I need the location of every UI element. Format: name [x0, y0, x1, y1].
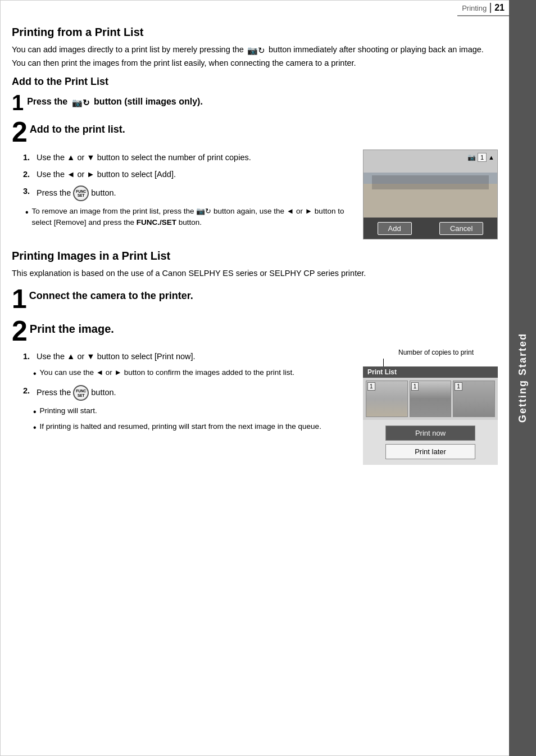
print-bullet3-text: If printing is halted and resumed, print… [40, 421, 321, 432]
print-step1-number: 1 [12, 286, 27, 313]
arrow-line [383, 359, 384, 366]
print-bullet-dot2: • [33, 405, 37, 419]
section2-title: Printing Images in a Print List [12, 250, 498, 262]
print-bullet2-text: Printing will start. [40, 405, 97, 417]
intro-text3: You can then print the images from the p… [12, 58, 356, 67]
print-step2-header: 2 Print the image. [12, 317, 498, 345]
print-bullet1: • You can use the ◄ or ► button to confi… [33, 367, 355, 381]
step1-text-after: button (still images only). [94, 97, 203, 106]
overlay-icons: 📷 1 ▲ [467, 153, 494, 162]
section-label: Printing [462, 4, 487, 12]
intro-text1: You can add images directly to a print l… [12, 45, 244, 54]
copy-number-badge: 1 [478, 153, 487, 162]
print-icon3: 📷↻ [196, 206, 211, 217]
print-bullet2: • Printing will start. [33, 405, 355, 419]
substep3-num: 3. [23, 185, 33, 198]
preview-bottom-bar: Add Cancel [364, 218, 497, 239]
beach-scene [372, 175, 489, 189]
cancel-button-preview: Cancel [439, 222, 483, 235]
print-step2-substeps: 1. Use the ▲ or ▼ button to select [Prin… [23, 351, 355, 435]
print-icon2: 📷↻ [72, 97, 90, 108]
step2-number: 2 [12, 118, 28, 146]
print-step1-container: 1 Connect the camera to the printer. [12, 286, 498, 313]
print-bullet1-text: You can use the ◄ or ► button to confirm… [40, 367, 294, 378]
func-set-icon2: FUNCSET [73, 385, 89, 401]
step1-text-before: Press the [27, 97, 67, 106]
step2-substep2: 2. Use the ◄ or ► button to select [Add]… [23, 169, 355, 181]
section1-intro: You can add images directly to a print l… [12, 43, 498, 69]
page-header: Printing 21 [457, 1, 509, 16]
print-step1-text: Connect the camera to the printer. [29, 286, 193, 302]
print-step2-left: 1. Use the ▲ or ▼ button to select [Prin… [12, 348, 355, 437]
substep1-text: Use the ▲ or ▼ button to select the numb… [37, 152, 251, 164]
print-substep2: 2. Press the FUNCSET button. [23, 385, 355, 401]
photo-num-3: 1 [455, 382, 462, 391]
copies-label-text: Number of copies to print [398, 348, 474, 356]
print-list-image-area: Number of copies to print Print List 1 [363, 348, 498, 465]
print-icon1: 📷↻ [247, 44, 265, 57]
copies-label: Number of copies to print [374, 348, 498, 356]
camera-preview-image: 📷 1 ▲ Add Cancel [363, 150, 498, 239]
bullet1-text: To remove an image from the print list, … [32, 206, 355, 229]
print-list-menu: Print now Print later [363, 420, 498, 465]
step2-substep3: 3. Press the FUNCSET button. [23, 185, 355, 201]
print-list-header: Print List [363, 366, 498, 378]
section1-title: Printing from a Print List [12, 26, 498, 39]
print-step2-layout: 1. Use the ▲ or ▼ button to select [Prin… [12, 348, 498, 465]
step2-header-container: 2 Add to the print list. [12, 118, 498, 146]
menu-print-later: Print later [385, 444, 475, 459]
print-overlay-icon: 📷 [467, 153, 476, 161]
arrow-up-badge: ▲ [488, 154, 494, 161]
print-substep1: 1. Use the ▲ or ▼ button to select [Prin… [23, 351, 355, 363]
bullet-dot1: • [25, 206, 29, 219]
page-number: 21 [494, 3, 505, 13]
sidebar: Getting Started [509, 0, 536, 756]
step1-number: 1 [12, 92, 24, 114]
main-content: Printing 21 Printing from a Print List Y… [0, 0, 509, 756]
photo-num-2: 1 [411, 382, 419, 391]
subsection1-title: Add to the Print List [12, 76, 498, 88]
print-substep1-text: Use the ▲ or ▼ button to select [Print n… [37, 351, 196, 363]
print-bullet-dot3: • [33, 421, 37, 434]
step2-bullet1: • To remove an image from the print list… [25, 206, 355, 229]
substep1-num: 1. [23, 152, 33, 164]
print-substep1-num: 1. [23, 351, 33, 363]
func-set-icon1: FUNCSET [73, 185, 89, 201]
step2-layout: 1. Use the ▲ or ▼ button to select the n… [12, 150, 498, 239]
print-bullet-dot1: • [33, 367, 37, 381]
step2-text: Add to the print list. [30, 118, 125, 135]
sidebar-tab-label: Getting Started [511, 322, 534, 434]
photo-thumb-1: 1 [366, 381, 408, 417]
section2-intro: This explanation is based on the use of … [12, 267, 498, 279]
photo-num-1: 1 [367, 382, 375, 391]
step1-text: Press the 📷↻ button (still images only). [27, 92, 203, 108]
photo-thumb-3: 1 [453, 381, 495, 417]
step2-substep1: 1. Use the ▲ or ▼ button to select the n… [23, 152, 355, 164]
page-wrapper: Printing 21 Printing from a Print List Y… [0, 0, 536, 756]
photo-thumb-2: 1 [410, 381, 452, 417]
intro-text2: button immediately after shooting or pla… [269, 45, 484, 54]
step1-container: 1 Press the 📷↻ button (still images only… [12, 92, 498, 114]
substep3-text: Press the FUNCSET button. [37, 185, 116, 201]
print-substep2-text: Press the FUNCSET button. [37, 385, 116, 401]
print-list-photos: 1 1 1 [363, 378, 498, 420]
add-button-preview: Add [378, 222, 412, 235]
copies-arrow [383, 359, 384, 366]
step2-substeps: 1. Use the ▲ or ▼ button to select the n… [23, 152, 355, 201]
header-divider [490, 3, 491, 13]
substep2-text: Use the ◄ or ► button to select [Add]. [37, 169, 176, 181]
menu-print-now: Print now [385, 425, 475, 441]
print-substep2-num: 2. [23, 385, 33, 397]
print-bullet3: • If printing is halted and resumed, pri… [33, 421, 355, 434]
print-list-widget: Print List 1 1 1 [363, 366, 498, 465]
print-step2-text: Print the image. [30, 317, 114, 336]
print-step2-number: 2 [12, 317, 28, 345]
substep2-num: 2. [23, 169, 33, 181]
step2-left: 1. Use the ▲ or ▼ button to select the n… [12, 150, 355, 230]
